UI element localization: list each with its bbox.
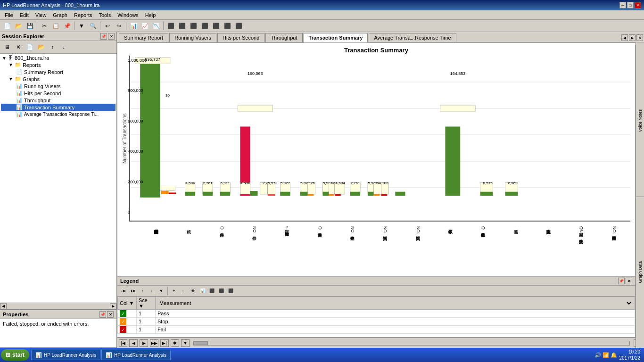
nav-first[interactable]: |◀ — [119, 339, 127, 347]
stop-sce: 1 — [137, 318, 156, 326]
search-tool[interactable]: 🔍 — [88, 21, 98, 31]
menu-file[interactable]: File — [2, 11, 16, 19]
legend-tool-8[interactable]: 👁 — [189, 287, 197, 295]
explorer-pin[interactable]: 📌 — [100, 33, 107, 40]
start-button[interactable]: ⊞ start — [1, 349, 29, 361]
menu-windows[interactable]: Windows — [115, 11, 141, 19]
legend-tool-11[interactable]: ⬛ — [217, 287, 225, 295]
tab-next[interactable]: ▶ — [629, 34, 636, 41]
legend-tool-2[interactable]: ⏭ — [129, 287, 137, 295]
taskbar-app-2[interactable]: 📊 HP LoadRunner Analysis — [101, 350, 171, 360]
nav-play[interactable]: ▶ — [140, 339, 148, 347]
legend-tool-7[interactable]: − — [179, 287, 188, 295]
stop-checkbox[interactable]: ✓ — [120, 318, 126, 325]
tree-area: ▼ 🗄 800_1hours.lra ▼ 📁 Reports 📄 Summary… — [0, 54, 116, 303]
properties-pin[interactable]: 📌 — [99, 311, 106, 318]
properties-close[interactable]: ✕ — [107, 311, 114, 318]
nav-filter[interactable]: ▼ — [181, 339, 190, 347]
legend-toolbar: ⏮ ⏭ ↑ ↓ ▼ + − 👁 📊 ⬛ ⬛ ⬛ — [117, 286, 635, 296]
taskbar-app-1[interactable]: 📊 HP LoadRunner Analysis — [31, 350, 100, 360]
menu-tools[interactable]: Tools — [96, 11, 114, 19]
minimize-button[interactable]: ─ — [619, 2, 626, 8]
menu-view[interactable]: View — [33, 11, 50, 19]
fail-checkbox[interactable]: ✓ — [120, 326, 126, 333]
exp-close-btn[interactable]: ✕ — [13, 42, 24, 52]
tool3[interactable]: 📉 — [151, 21, 161, 31]
tool9[interactable]: ⬛ — [222, 21, 232, 31]
legend-tool-10[interactable]: ⬛ — [207, 287, 216, 295]
explorer-close[interactable]: ✕ — [108, 33, 115, 40]
copy-tool[interactable]: 📋 — [50, 21, 61, 31]
legend-tool-4[interactable]: ↓ — [148, 287, 156, 295]
nav-star[interactable]: ✱ — [171, 339, 179, 347]
tool5[interactable]: ⬛ — [177, 21, 187, 31]
tree-throughput[interactable]: 📊 Throughput — [1, 97, 116, 104]
legend-tool-12[interactable]: ⬛ — [226, 287, 235, 295]
menu-reports[interactable]: Reports — [71, 11, 95, 19]
legend-tool-6[interactable]: + — [170, 287, 178, 295]
legend-pin[interactable]: 📌 — [618, 278, 625, 284]
pass-checkbox[interactable]: ✓ — [120, 310, 126, 317]
tool6[interactable]: ⬛ — [188, 21, 198, 31]
legend-tool-5[interactable]: ▼ — [157, 287, 165, 295]
nav-last[interactable]: ▶| — [160, 339, 169, 347]
legend-tool-9[interactable]: 📊 — [198, 287, 206, 295]
menu-help[interactable]: Help — [142, 11, 159, 19]
tree-graphs[interactable]: ▼ 📁 Graphs — [1, 75, 116, 82]
exp-down[interactable]: ↓ — [58, 42, 69, 52]
x-label-5: 選択s機能保存 — [284, 226, 290, 273]
scroll-left[interactable]: ◀ — [0, 303, 7, 310]
tab-hits-per-second[interactable]: Hits per Second — [217, 33, 264, 42]
tool10[interactable]: ⬛ — [233, 21, 244, 31]
legend-col-header[interactable]: Col ▼ — [118, 297, 137, 310]
save-tool[interactable]: 💾 — [25, 21, 35, 31]
tree-reports[interactable]: ▼ 📁 Reports — [1, 61, 116, 68]
menu-graph[interactable]: Graph — [50, 11, 70, 19]
scroll-thumb[interactable] — [194, 341, 208, 345]
exp-tool1[interactable]: 🖥 — [2, 42, 12, 52]
exp-open[interactable]: 📂 — [36, 42, 46, 52]
pass-measurement: Pass — [156, 310, 635, 318]
legend-measurement-header[interactable]: Measurement — [156, 297, 635, 310]
scroll-right[interactable]: ▶ — [110, 303, 116, 310]
horizontal-scrollbar[interactable] — [193, 341, 630, 346]
tree-root[interactable]: ▼ 🗄 800_1hours.lra — [1, 55, 116, 61]
close-button[interactable]: ✕ — [635, 2, 641, 8]
tab-prev[interactable]: ◀ — [621, 34, 628, 41]
legend-tool-3[interactable]: ↑ — [138, 287, 147, 295]
tool7[interactable]: ⬛ — [199, 21, 210, 31]
tab-transaction-summary[interactable]: Transaction Summary — [304, 33, 368, 42]
svg-rect-43 — [322, 192, 329, 196]
menu-edit[interactable]: Edit — [17, 11, 32, 19]
tab-running-vusers[interactable]: Running Vusers — [169, 33, 216, 42]
measurement-dropdown[interactable]: Measurement — [157, 300, 633, 306]
legend-close[interactable]: ✕ — [626, 278, 632, 284]
open-tool[interactable]: 📂 — [13, 21, 24, 31]
tree-hits-per-second[interactable]: 📊 Hits per Second — [1, 90, 116, 97]
paste-tool[interactable]: 📌 — [62, 21, 72, 31]
tree-summary-report[interactable]: 📄 Summary Report — [1, 68, 116, 75]
tool2[interactable]: 📈 — [140, 21, 150, 31]
filter-tool[interactable]: ▼ — [76, 21, 87, 31]
tool4[interactable]: ⬛ — [165, 21, 176, 31]
legend-tool-1[interactable]: ⏮ — [119, 287, 128, 295]
cut-tool[interactable]: ✂ — [39, 21, 50, 31]
tool1[interactable]: 📊 — [128, 21, 139, 31]
undo-tool[interactable]: ↩ — [102, 21, 113, 31]
exp-new[interactable]: 📄 — [25, 42, 35, 52]
tree-transaction-summary[interactable]: 📊 Transaction Summary — [1, 104, 116, 111]
tool8[interactable]: ⬛ — [211, 21, 221, 31]
tab-close[interactable]: ✕ — [636, 34, 643, 41]
nav-next-play[interactable]: ▶▶ — [150, 339, 158, 347]
exp-up[interactable]: ↑ — [47, 42, 58, 52]
tab-throughput[interactable]: Throughput — [265, 33, 302, 42]
tab-summary-report[interactable]: Summary Report — [119, 33, 168, 42]
nav-prev[interactable]: ◀ — [129, 339, 138, 347]
legend-sce-header[interactable]: Sce ▼ — [137, 297, 156, 310]
tree-avg-response[interactable]: 📊 Average Transaction Response Ti... — [1, 111, 116, 118]
maximize-button[interactable]: □ — [627, 2, 634, 8]
new-tool[interactable]: 📄 — [2, 21, 12, 31]
redo-tool[interactable]: ↪ — [114, 21, 124, 31]
tab-avg-response[interactable]: Average Transa...Response Time — [369, 33, 456, 42]
tree-running-vusers[interactable]: 📊 Running Vusers — [1, 82, 116, 90]
